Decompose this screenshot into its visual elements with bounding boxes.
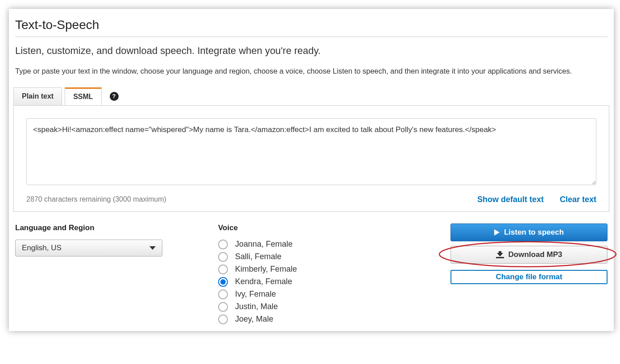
voice-option[interactable]: Justin, Male bbox=[218, 302, 414, 312]
title-divider bbox=[15, 37, 608, 37]
language-label: Language and Region bbox=[15, 223, 218, 232]
voice-option[interactable]: Kimberly, Female bbox=[218, 265, 414, 274]
radio-icon bbox=[218, 290, 228, 299]
page-description: Type or paste your text in the window, c… bbox=[15, 65, 608, 78]
download-button-label: Download MP3 bbox=[508, 250, 562, 259]
page-title: Text-to-Speech bbox=[15, 18, 608, 37]
controls-row: Language and Region English, US Voice Jo… bbox=[13, 223, 609, 324]
change-file-format-button[interactable]: Change file format bbox=[451, 270, 608, 284]
voice-option-label: Justin, Male bbox=[235, 302, 278, 311]
ssml-input[interactable] bbox=[26, 118, 596, 185]
tab-row: Plain text SSML ? bbox=[13, 87, 609, 105]
voice-option[interactable]: Joanna, Female bbox=[218, 240, 414, 249]
voice-column: Voice Joanna, FemaleSalli, FemaleKimberl… bbox=[218, 223, 414, 324]
download-highlight-wrap: Download MP3 bbox=[451, 246, 608, 268]
download-mp3-button[interactable]: Download MP3 bbox=[451, 246, 608, 264]
page-subtitle: Listen, customize, and download speech. … bbox=[15, 45, 608, 57]
page-container: Text-to-Speech Listen, customize, and do… bbox=[9, 9, 614, 331]
editor-panel: 2870 characters remaining (3000 maximum)… bbox=[13, 105, 609, 212]
listen-to-speech-button[interactable]: Listen to speech bbox=[451, 223, 608, 241]
language-selected-value: English, US bbox=[22, 244, 149, 252]
change-format-label: Change file format bbox=[496, 273, 562, 281]
voice-option-label: Ivy, Female bbox=[235, 290, 276, 299]
language-dropdown[interactable]: English, US bbox=[15, 240, 162, 256]
help-icon[interactable]: ? bbox=[110, 92, 119, 101]
radio-icon bbox=[218, 314, 228, 324]
actions-column: Listen to speech Download MP3 Change fil… bbox=[414, 223, 608, 324]
language-column: Language and Region English, US bbox=[15, 223, 218, 324]
listen-button-label: Listen to speech bbox=[504, 228, 564, 237]
radio-icon bbox=[218, 240, 228, 249]
tab-ssml[interactable]: SSML bbox=[65, 87, 101, 105]
voice-option-label: Kimberly, Female bbox=[235, 265, 297, 274]
radio-icon bbox=[218, 302, 228, 312]
voice-option[interactable]: Joey, Male bbox=[218, 314, 414, 324]
chevron-down-icon bbox=[149, 246, 156, 250]
voice-option[interactable]: Salli, Female bbox=[218, 252, 414, 262]
voice-option-label: Kendra, Female bbox=[235, 277, 292, 286]
radio-icon bbox=[218, 252, 228, 262]
download-icon bbox=[496, 251, 504, 258]
character-count: 2870 characters remaining (3000 maximum) bbox=[26, 195, 461, 203]
editor-footer: 2870 characters remaining (3000 maximum)… bbox=[26, 195, 596, 204]
clear-text-button[interactable]: Clear text bbox=[560, 195, 596, 204]
voice-list: Joanna, FemaleSalli, FemaleKimberly, Fem… bbox=[218, 240, 414, 324]
voice-label: Voice bbox=[218, 223, 414, 232]
voice-option[interactable]: Ivy, Female bbox=[218, 290, 414, 299]
voice-option-label: Salli, Female bbox=[235, 252, 281, 261]
tab-plain-text[interactable]: Plain text bbox=[13, 87, 62, 105]
voice-option-label: Joanna, Female bbox=[235, 240, 293, 249]
voice-option-label: Joey, Male bbox=[235, 314, 273, 324]
radio-icon bbox=[218, 277, 228, 287]
play-icon bbox=[494, 229, 500, 236]
radio-icon bbox=[218, 265, 228, 274]
voice-option[interactable]: Kendra, Female bbox=[218, 277, 414, 287]
show-default-text-button[interactable]: Show default text bbox=[477, 195, 544, 204]
